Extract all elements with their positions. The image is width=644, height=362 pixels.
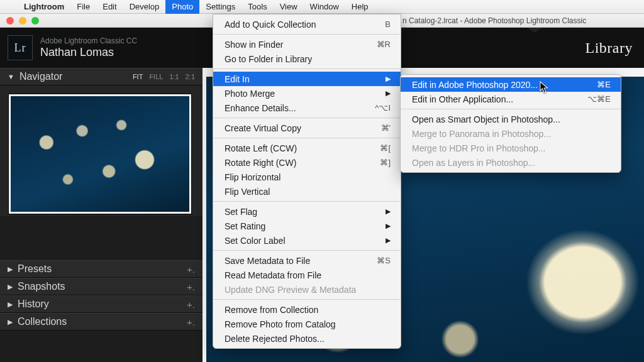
panel-label: History (18, 299, 49, 310)
menu-item[interactable]: Flip Vertical (213, 184, 401, 199)
menu-item[interactable]: Delete Rejected Photos... (213, 331, 401, 346)
module-library[interactable]: Library (586, 40, 644, 57)
navigator-mode-11[interactable]: 1:1 (169, 73, 179, 80)
menu-item-label: Save Metadata to File (225, 256, 310, 266)
menu-item[interactable]: Rotate Right (CW)⌘] (213, 155, 401, 170)
navigator-mode-fit[interactable]: FIT (133, 73, 143, 80)
menu-item[interactable]: Edit In▶ (213, 72, 401, 86)
menu-item-label: Go to Folder in Library (225, 54, 312, 64)
submenu-item-label: Merge to HDR Pro in Photoshop... (412, 143, 545, 153)
submenu-item-label: Edit in Adobe Photoshop 2020... (412, 80, 538, 90)
menu-item-label: Remove from Collection (225, 305, 318, 315)
identity-user: Nathan Lomas (40, 46, 137, 59)
menubar-item-window[interactable]: Window (304, 0, 345, 14)
panel-collapse-arrow-icon[interactable] (527, 28, 542, 33)
menu-item-label: Create Virtual Copy (225, 123, 301, 133)
menu-item-label: Add to Quick Collection (225, 19, 316, 30)
menu-item[interactable]: Set Rating▶ (213, 219, 401, 233)
menu-item[interactable]: Flip Horizontal (213, 170, 401, 184)
panel-header-presets[interactable]: ▶Presets+. (0, 260, 203, 278)
panel-label: Collections (18, 316, 67, 327)
submenu-arrow-icon: ▶ (360, 89, 391, 97)
mac-menubar: Lightroom FileEditDevelopPhotoSettingsTo… (0, 0, 644, 14)
window-controls (0, 17, 45, 25)
menu-shortcut: ⌘E (572, 80, 611, 89)
close-window-button[interactable] (6, 17, 14, 25)
zoom-window-button[interactable] (31, 17, 39, 25)
menu-item-label: Flip Horizontal (225, 172, 280, 182)
disclosure-triangle-right-icon: ▶ (8, 283, 13, 291)
submenu-arrow-icon: ▶ (360, 75, 391, 83)
navigator-panel-header[interactable]: ▼ Navigator FITFILL1:12:1 (0, 68, 203, 85)
submenu-arrow-icon: ▶ (360, 236, 391, 244)
menubar-item-view[interactable]: View (274, 0, 304, 14)
menu-shortcut: ⌘] (355, 158, 391, 167)
lightroom-logo: Lr (8, 35, 33, 60)
menu-item-label: Delete Rejected Photos... (225, 334, 325, 344)
navigator-title: Navigator (19, 71, 62, 82)
menu-item[interactable]: Set Flag▶ (213, 204, 401, 219)
submenu-item-label: Open as Layers in Photoshop... (412, 158, 535, 168)
menubar-item-tools[interactable]: Tools (242, 0, 273, 14)
mouse-cursor-icon (540, 81, 551, 95)
submenu-item[interactable]: Edit in Other Application...⌥⌘E (401, 92, 621, 106)
panel-add-icon[interactable]: +. (187, 282, 195, 292)
navigator-mode-fill[interactable]: FILL (149, 73, 163, 80)
panel-header-history[interactable]: ▶History+. (0, 295, 203, 313)
menu-item[interactable]: Create Virtual Copy⌘' (213, 121, 401, 135)
menu-item[interactable]: Remove Photo from Catalog (213, 317, 401, 331)
menu-item-label: Rotate Right (CW) (225, 158, 296, 168)
panel-header-collections[interactable]: ▶Collections+. (0, 313, 203, 331)
menubar-item-settings[interactable]: Settings (199, 0, 242, 14)
menu-item-label: Update DNG Preview & Metadata (225, 285, 356, 295)
editin-submenu: Edit in Adobe Photoshop 2020...⌘EEdit in… (400, 74, 621, 173)
submenu-item[interactable]: Open as Smart Object in Photoshop... (401, 112, 621, 126)
menu-item[interactable]: Add to Quick CollectionB (213, 17, 401, 31)
menubar-item-develop[interactable]: Develop (123, 0, 166, 14)
menu-item-label: Read Metadata from File (225, 270, 321, 280)
menu-item[interactable]: Rotate Left (CCW)⌘[ (213, 141, 401, 155)
disclosure-triangle-right-icon: ▶ (8, 318, 13, 326)
disclosure-triangle-right-icon: ▶ (8, 265, 13, 273)
menubar-item-file[interactable]: File (70, 0, 96, 14)
window-title: n Catalog-2.lrcat - Adobe Photoshop Ligh… (402, 16, 640, 25)
menu-shortcut: ^⌥I (350, 103, 391, 112)
menu-item[interactable]: Photo Merge▶ (213, 86, 401, 101)
submenu-arrow-icon: ▶ (360, 222, 391, 230)
menubar-item-help[interactable]: Help (345, 0, 375, 14)
minimize-window-button[interactable] (19, 17, 26, 25)
menu-item[interactable]: Read Metadata from File (213, 268, 401, 282)
menu-item[interactable]: Save Metadata to File⌘S (213, 253, 401, 268)
submenu-item[interactable]: Edit in Adobe Photoshop 2020...⌘E (401, 77, 621, 92)
panel-add-icon[interactable]: +. (187, 317, 195, 327)
menu-item-label: Edit In (225, 74, 250, 84)
navigator-thumbnail[interactable] (9, 94, 191, 214)
menu-item-label: Set Color Label (225, 236, 286, 246)
menu-item[interactable]: Enhance Details...^⌥I (213, 101, 401, 115)
navigator-panel-body (0, 85, 203, 216)
menu-item[interactable]: Remove from Collection (213, 302, 401, 317)
menubar-item-edit[interactable]: Edit (96, 0, 123, 14)
panel-add-icon[interactable]: +. (187, 299, 195, 310)
menu-item-label: Remove Photo from Catalog (225, 319, 336, 329)
panel-header-snapshots[interactable]: ▶Snapshots+. (0, 278, 203, 295)
menubar-item-photo[interactable]: Photo (165, 0, 199, 14)
menu-shortcut: B (360, 19, 391, 29)
navigator-mode-21[interactable]: 2:1 (186, 73, 195, 80)
menu-item[interactable]: Show in Finder⌘R (213, 37, 401, 52)
panel-add-icon[interactable]: +. (187, 264, 195, 275)
menu-item-label: Photo Merge (225, 89, 275, 99)
apple-menu-icon[interactable] (0, 6, 18, 7)
menu-item-label: Set Rating (225, 221, 265, 231)
menu-item-label: Set Flag (225, 207, 257, 217)
left-panel-group: ▼ Navigator FITFILL1:12:1 ▶Presets+.▶Sna… (0, 68, 203, 362)
submenu-item: Open as Layers in Photoshop... (401, 155, 621, 170)
panel-label: Presets (18, 263, 52, 275)
menu-item[interactable]: Set Color Label▶ (213, 233, 401, 248)
app-name[interactable]: Lightroom (18, 2, 70, 11)
menu-shortcut: ⌘R (352, 40, 391, 49)
menu-item[interactable]: Go to Folder in Library (213, 52, 401, 66)
menu-item-label: Flip Vertical (225, 187, 270, 197)
menu-item-label: Rotate Left (CCW) (225, 143, 297, 153)
submenu-item-label: Edit in Other Application... (412, 94, 513, 104)
